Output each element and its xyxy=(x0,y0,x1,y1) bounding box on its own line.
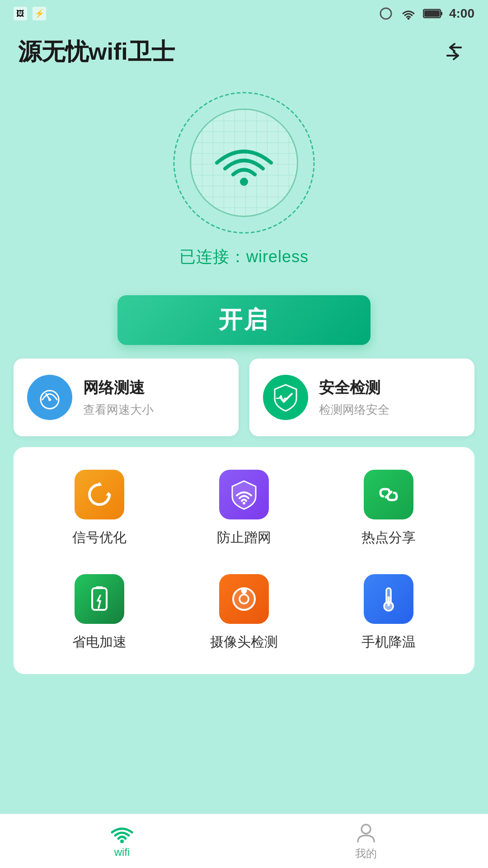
back-arrow-icon xyxy=(443,41,465,63)
svg-point-0 xyxy=(380,8,391,19)
tool-camera-detect[interactable]: 摄像头检测 xyxy=(172,574,316,651)
wifi-circle-inner xyxy=(190,108,298,217)
security-check-text: 安全检测 检测网络安全 xyxy=(319,377,389,418)
hotspot-share-icon-wrap xyxy=(364,470,413,519)
bottom-nav: wifi 我的 xyxy=(0,814,488,868)
svg-point-10 xyxy=(243,502,245,505)
connected-status: 已连接：wireless xyxy=(179,246,309,268)
svg-point-23 xyxy=(361,825,371,834)
wifi-status-icon xyxy=(400,7,417,20)
svg-rect-4 xyxy=(424,10,440,17)
status-left-icons: 🖼 ⚡ xyxy=(14,7,46,20)
battery-icon xyxy=(423,8,443,19)
start-button-label: 开启 xyxy=(219,304,269,336)
svg-rect-14 xyxy=(96,586,103,589)
back-button[interactable] xyxy=(438,36,470,68)
speed-test-icon-wrap xyxy=(27,375,72,420)
security-check-subtitle: 检测网络安全 xyxy=(319,402,389,418)
feature-cards-row: 网络测速 查看网速大小 安全检测 检测网络安全 xyxy=(0,359,488,436)
speedometer-icon xyxy=(36,384,63,411)
lightning-icon: ⚡ xyxy=(33,7,46,20)
svg-point-9 xyxy=(48,398,51,401)
nav-mine-label: 我的 xyxy=(355,846,377,861)
security-icon-wrap xyxy=(263,375,308,420)
wifi-circle-outer xyxy=(172,90,316,235)
app-header: 源无忧wifi卫士 xyxy=(0,27,488,81)
nav-wifi-icon xyxy=(110,824,134,843)
svg-rect-21 xyxy=(388,596,390,606)
tool-phone-cool[interactable]: 手机降温 xyxy=(316,574,461,651)
grid-overlay xyxy=(191,110,297,216)
tool-hotspot-share[interactable]: 热点分享 xyxy=(316,470,461,547)
battery-boost-icon xyxy=(85,585,114,613)
nav-mine-tab[interactable]: 我的 xyxy=(244,814,488,868)
speed-test-subtitle: 查看网速大小 xyxy=(83,402,154,418)
thermometer-icon xyxy=(374,585,403,613)
phone-cool-icon-wrap xyxy=(364,574,413,624)
signal-optimize-icon-wrap xyxy=(75,470,124,519)
nav-wifi-tab[interactable]: wifi xyxy=(0,814,244,868)
camera-detect-icon-wrap xyxy=(219,574,269,624)
speed-test-text: 网络测速 查看网速大小 xyxy=(83,377,154,418)
tools-grid-container: 信号优化 防止蹭网 xyxy=(14,447,474,674)
signal-optimize-label: 信号优化 xyxy=(72,528,127,547)
prevent-freeload-icon-wrap xyxy=(219,470,269,519)
wifi-circle-section: 已连接：wireless xyxy=(0,81,488,282)
shield-check-icon xyxy=(272,383,299,412)
tool-signal-optimize[interactable]: 信号优化 xyxy=(27,470,172,547)
status-time: 4:00 xyxy=(449,6,474,21)
refresh-icon xyxy=(85,480,114,509)
shield-wifi-icon xyxy=(230,479,258,510)
security-check-title: 安全检测 xyxy=(319,377,389,398)
security-check-card[interactable]: 安全检测 检测网络安全 xyxy=(249,359,474,436)
camera-icon xyxy=(230,585,258,613)
gallery-icon: 🖼 xyxy=(14,7,27,20)
svg-point-22 xyxy=(120,840,124,843)
svg-point-1 xyxy=(407,18,409,20)
svg-rect-3 xyxy=(441,12,442,15)
app-title: 源无忧wifi卫士 xyxy=(18,36,175,68)
tools-grid: 信号优化 防止蹭网 xyxy=(27,470,461,651)
battery-boost-label: 省电加速 xyxy=(72,633,127,651)
signal-icon xyxy=(378,7,394,20)
battery-boost-icon-wrap xyxy=(75,574,124,624)
speed-test-title: 网络测速 xyxy=(83,377,154,398)
prevent-freeload-label: 防止蹭网 xyxy=(217,528,271,547)
tool-battery-boost[interactable]: 省电加速 xyxy=(27,574,172,651)
status-right-icons: 4:00 xyxy=(378,6,474,21)
speed-test-card[interactable]: 网络测速 查看网速大小 xyxy=(14,359,239,436)
nav-mine-icon xyxy=(355,822,377,844)
nav-wifi-label: wifi xyxy=(114,846,130,859)
camera-detect-label: 摄像头检测 xyxy=(210,633,278,651)
tool-prevent-freeload[interactable]: 防止蹭网 xyxy=(172,470,316,547)
status-bar: 🖼 ⚡ 4:00 xyxy=(0,0,488,27)
start-button[interactable]: 开启 xyxy=(117,295,371,345)
link-share-icon xyxy=(374,480,403,509)
phone-cool-label: 手机降温 xyxy=(361,633,416,651)
hotspot-share-label: 热点分享 xyxy=(361,528,416,547)
svg-point-17 xyxy=(242,589,246,593)
